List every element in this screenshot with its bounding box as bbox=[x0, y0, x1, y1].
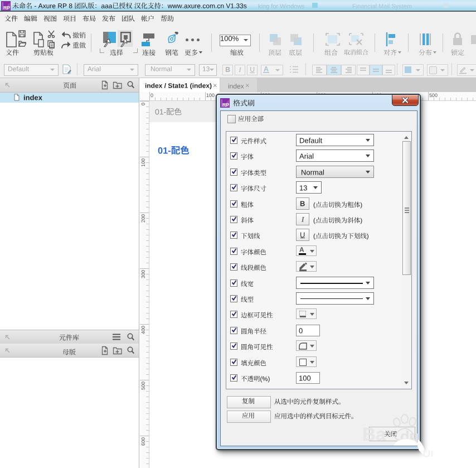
svg-text:RP: RP bbox=[3, 5, 10, 10]
svg-text:RP: RP bbox=[222, 102, 229, 107]
